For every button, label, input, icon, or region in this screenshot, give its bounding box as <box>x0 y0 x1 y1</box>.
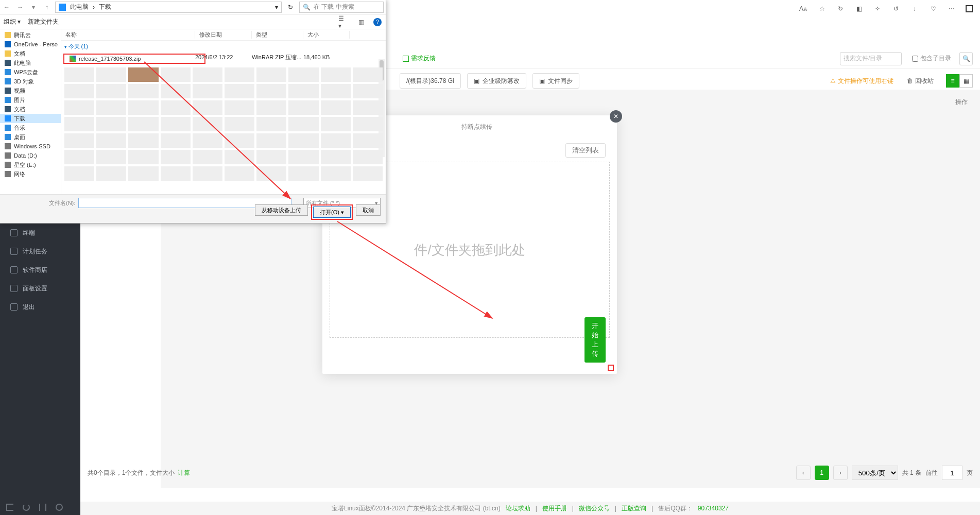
browser-app-icon[interactable] <box>966 5 973 12</box>
col-modified[interactable]: 修改日期 <box>195 31 252 39</box>
tree-node[interactable]: 腾讯云 <box>0 30 61 40</box>
browser-collections-icon[interactable]: ✧ <box>873 4 882 13</box>
tree-node[interactable]: 此电脑 <box>0 58 61 67</box>
mobile-upload-button[interactable]: 从移动设备上传 <box>255 204 308 216</box>
picker-address-bar[interactable]: 此电脑› 下载 ▾ <box>55 2 282 13</box>
tree-node[interactable]: 下载 <box>0 114 61 123</box>
tree-label: 星空 (E:) <box>14 161 36 169</box>
browser-refresh-icon[interactable]: ↻ <box>836 4 845 13</box>
tree-node[interactable]: Windows-SSD <box>0 142 61 151</box>
sync-button[interactable]: ▣文件同步 <box>532 73 579 89</box>
nav-store[interactable]: 软件商店 <box>0 261 80 279</box>
browser-favorites-icon[interactable]: ♡ <box>929 4 938 13</box>
calc-link[interactable]: 计算 <box>178 469 190 477</box>
nav-exit[interactable]: 退出 <box>0 298 80 316</box>
tip-text: 文件操作可使用右键 <box>838 77 893 85</box>
addr-chevron-icon[interactable]: ▾ <box>275 4 278 11</box>
tree-label: OneDrive - Perso <box>14 41 58 47</box>
addr-pc[interactable]: 此电脑 <box>70 3 89 11</box>
tree-node[interactable]: 图片 <box>0 95 61 105</box>
pager-prev[interactable]: ‹ <box>796 466 811 480</box>
browser-toolbar: Aあ ☆ ↻ ◧ ✧ ↺ ↓ ♡ ⋯ <box>792 0 980 18</box>
col-type[interactable]: 类型 <box>252 31 303 39</box>
nav-label: 面板设置 <box>23 284 47 293</box>
root-dir-button[interactable]: /(根目录)36.78 Gi <box>400 73 461 89</box>
picker-tree: 腾讯云OneDrive - Perso文档此电脑WPS云盘3D 对象视频图片文档… <box>0 29 61 194</box>
open-button[interactable]: 打开(O) ▾ <box>313 207 351 218</box>
organize-menu[interactable]: 组织 ▾ <box>4 18 21 26</box>
nav-cron[interactable]: 计划任务 <box>0 242 80 261</box>
nav-terminal[interactable]: 终端 <box>0 224 80 242</box>
tree-label: 图片 <box>14 96 25 104</box>
picker-forward-icon[interactable]: → <box>15 2 25 12</box>
file-picker-dialog: ← → ▾ ↑ 此电脑› 下载 ▾ ↻ 🔍在 下载 中搜索 组织 ▾ 新建文件夹… <box>0 0 386 224</box>
footer-qq[interactable]: 907340327 <box>698 505 729 512</box>
recycle-button[interactable]: 🗑回收站 <box>907 77 934 85</box>
tree-node[interactable]: 星空 (E:) <box>0 160 61 169</box>
pager-next[interactable]: › <box>833 466 848 480</box>
download-folder-icon <box>59 4 66 11</box>
addr-downloads[interactable]: 下载 <box>99 3 111 11</box>
picker-preview-icon[interactable]: ▥ <box>356 17 366 27</box>
tree-node[interactable]: 网络 <box>0 169 61 179</box>
tree-node[interactable]: OneDrive - Perso <box>0 40 61 49</box>
browser-translate-icon[interactable]: Aあ <box>799 4 808 13</box>
lang-icon[interactable] <box>39 504 46 511</box>
footer-genuine[interactable]: 正版查询 <box>622 504 646 513</box>
tree-node[interactable]: 3D 对象 <box>0 77 61 86</box>
footer-forum[interactable]: 论坛求助 <box>506 504 530 513</box>
tree-node[interactable]: 文档 <box>0 105 61 114</box>
subdir-checkbox[interactable] <box>912 56 918 62</box>
cron-icon <box>10 248 18 255</box>
folder-icon <box>5 78 11 84</box>
start-upload-button[interactable]: 开始上传 <box>584 317 606 363</box>
pager-goto-input[interactable] <box>942 466 962 480</box>
browser-more-icon[interactable]: ⋯ <box>947 4 956 13</box>
reload-icon[interactable] <box>23 504 30 511</box>
browser-favorite-icon[interactable]: ☆ <box>817 4 827 13</box>
view-list-button[interactable]: ≡ <box>946 74 959 88</box>
col-name[interactable]: 名称 <box>61 31 195 39</box>
picker-refresh-icon[interactable]: ↻ <box>285 2 296 13</box>
picker-help-icon[interactable]: ? <box>373 18 382 26</box>
tree-node[interactable]: Data (D:) <box>0 151 61 160</box>
power-icon[interactable] <box>56 504 63 511</box>
tree-node[interactable]: 文档 <box>0 49 61 58</box>
file-search-input[interactable]: 搜索文件/目录 <box>840 52 902 65</box>
view-grid-button[interactable]: ▦ <box>959 74 973 88</box>
picker-back-icon[interactable]: ← <box>2 2 12 12</box>
nav-settings[interactable]: 面板设置 <box>0 279 80 298</box>
cancel-button[interactable]: 取消 <box>356 204 381 216</box>
pager-size-select[interactable]: 500条/页 <box>852 466 898 480</box>
feedback-link[interactable]: 需求反馈 <box>403 54 436 63</box>
browser-history-icon[interactable]: ↺ <box>891 4 901 13</box>
footer-wechat[interactable]: 微信公众号 <box>579 504 610 513</box>
browser-split-icon[interactable]: ◧ <box>854 4 864 13</box>
tamper-button[interactable]: ▣企业级防篡改 <box>467 73 526 89</box>
warn-icon: ⚠ <box>830 77 836 84</box>
include-subdir-check[interactable]: 包含子目录 <box>912 54 951 63</box>
picker-recent-icon[interactable]: ▾ <box>28 2 39 12</box>
picker-view-icon[interactable]: ☰ ▾ <box>338 17 349 27</box>
footer-manual[interactable]: 使用手册 <box>542 504 567 513</box>
tree-node[interactable]: 桌面 <box>0 132 61 142</box>
new-folder-button[interactable]: 新建文件夹 <box>28 18 59 26</box>
tree-label: 音乐 <box>14 124 25 132</box>
browser-download-icon[interactable]: ↓ <box>910 4 919 13</box>
sync-label: 文件同步 <box>548 77 573 85</box>
group-today[interactable]: 今天 (1) <box>61 41 386 53</box>
col-size[interactable]: 大小 <box>303 31 350 39</box>
clear-list-button[interactable]: 清空列表 <box>565 143 606 158</box>
footer-qq-label: 售后QQ群： <box>658 504 693 513</box>
search-button[interactable]: 🔍 <box>959 52 973 65</box>
picker-up-icon[interactable]: ↑ <box>42 2 52 12</box>
collapse-icon[interactable] <box>6 504 13 511</box>
close-modal-button[interactable]: ✕ <box>610 110 622 123</box>
picker-search-input[interactable]: 🔍在 下载 中搜索 <box>299 2 384 13</box>
folder-icon <box>5 171 11 177</box>
tree-node[interactable]: 视频 <box>0 86 61 95</box>
pager-page-1[interactable]: 1 <box>815 466 829 480</box>
tree-node[interactable]: WPS云盘 <box>0 67 61 77</box>
tree-node[interactable]: 音乐 <box>0 123 61 132</box>
tree-label: WPS云盘 <box>14 68 38 76</box>
